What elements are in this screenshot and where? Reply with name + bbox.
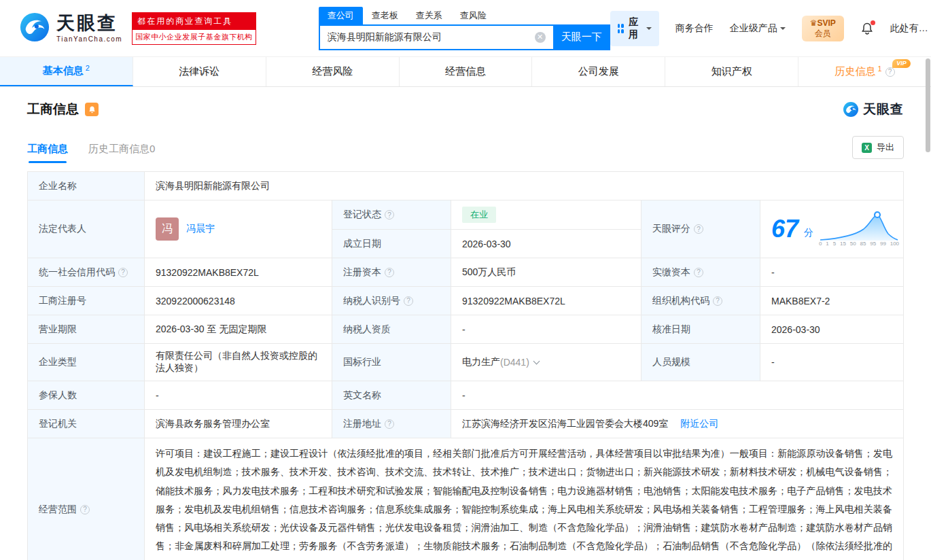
tab-history-info[interactable]: VIP 历史信息 1	[798, 57, 931, 86]
crown-icon: ♛	[810, 18, 818, 28]
company-type-value: 有限责任公司（非自然人投资或控股的法人独资）	[145, 344, 332, 381]
export-button[interactable]: X 导出	[852, 136, 904, 159]
establish-date-value: 2026-03-30	[451, 230, 642, 258]
legal-representative-link[interactable]: 冯晨宇	[186, 223, 215, 235]
search-tab-company[interactable]: 查公司	[319, 7, 363, 24]
help-icon[interactable]	[385, 210, 394, 220]
insured-count-value: -	[145, 381, 332, 409]
header-menu: 应用 商务合作 企业级产品 ♛SVIP 会员 此处有…	[610, 11, 928, 46]
taxpayer-qualification-label: 纳税人资质	[332, 315, 451, 343]
credit-code-label: 统一社会信用代码	[28, 258, 145, 286]
apps-button[interactable]: 应用	[610, 11, 659, 46]
credit-code-value: 91320922MAKB8EX72L	[145, 258, 332, 286]
tianyan-score-value: 67 分 015 155085 9599100	[760, 200, 910, 258]
business-term-label: 营业期限	[28, 315, 145, 343]
tab-company-development[interactable]: 公司发展	[532, 57, 665, 86]
tianyancha-logo-icon	[19, 12, 50, 46]
staff-size-value: -	[760, 344, 903, 381]
english-name-value: -	[451, 381, 903, 409]
table-row: 企业名称 滨海县明阳新能源有限公司	[28, 172, 903, 200]
search-tab-boss[interactable]: 查老板	[363, 7, 407, 24]
tab-operational-risk[interactable]: 经营风险	[266, 57, 400, 86]
subtab-registration-info[interactable]: 工商信息	[27, 143, 68, 163]
section-title: 工商信息	[27, 101, 79, 118]
svip-badge[interactable]: ♛SVIP 会员	[802, 16, 844, 41]
slogan-box: 都在用的商业查询工具 国家中小企业发展子基金旗下机构	[132, 12, 256, 45]
help-icon[interactable]	[694, 224, 703, 234]
menu-business-cooperation[interactable]: 商务合作	[675, 22, 714, 35]
staff-size-label: 人员规模	[642, 344, 760, 381]
user-account[interactable]: 此处有…	[890, 22, 928, 35]
registration-status-value: 在业	[451, 200, 642, 229]
search-tab-relation[interactable]: 查关系	[407, 7, 451, 24]
approval-date-value: 2026-03-30	[760, 315, 903, 343]
help-icon[interactable]	[885, 67, 895, 77]
help-icon[interactable]	[713, 296, 722, 306]
tianyancha-logo[interactable]: 天眼查 TianYanCha.com	[19, 12, 122, 46]
search-input[interactable]	[319, 24, 553, 50]
score-number: 67	[771, 217, 798, 241]
business-term-value: 2026-03-30 至 无固定期限	[145, 315, 332, 343]
logo-title: 天眼查	[56, 14, 122, 34]
excel-icon: X	[862, 143, 872, 153]
search-tabs: 查公司 查老板 查关系 查风险	[319, 7, 610, 24]
table-row: 经营范围 许可项目：建设工程施工；建设工程设计（依法须经批准的项目，经相关部门批…	[28, 438, 903, 560]
section-brand-logo: 天眼查	[843, 101, 904, 118]
registration-number-label: 工商注册号	[28, 287, 145, 315]
company-name-label: 企业名称	[28, 172, 145, 200]
paid-in-capital-label: 实缴资本	[642, 258, 760, 286]
search-button[interactable]: 天眼一下	[553, 24, 610, 50]
logo-domain: TianYanCha.com	[56, 35, 122, 43]
registered-address-value: 江苏滨海经济开发区沿海工业园管委会大楼409室 附近公司	[451, 410, 903, 438]
approval-date-label: 核准日期	[642, 315, 760, 343]
clear-icon[interactable]: ✕	[535, 32, 546, 43]
slogan-line1: 都在用的商业查询工具	[133, 13, 256, 30]
search-area: 查公司 查老板 查关系 查风险 ✕ 天眼一下	[319, 7, 610, 50]
org-code-label: 组织机构代码	[642, 287, 760, 315]
industry-value: 电力生产(D441)	[451, 344, 642, 381]
industry-label: 国标行业	[332, 344, 451, 381]
slogan-line2: 国家中小企业发展子基金旗下机构	[133, 30, 256, 44]
help-icon[interactable]	[385, 268, 394, 277]
legal-representative-label: 法定代表人	[28, 200, 145, 258]
notification-dot	[871, 20, 875, 25]
establish-date-label: 成立日期	[332, 230, 451, 258]
search-tab-risk[interactable]: 查风险	[451, 7, 495, 24]
table-row: 法定代表人 冯 冯晨宇 登记状态 在业 成立日期	[28, 200, 903, 258]
tab-intellectual-property[interactable]: 知识产权	[665, 57, 798, 86]
scrollbar[interactable]	[926, 58, 930, 152]
tab-legal-proceedings[interactable]: 法律诉讼	[133, 57, 266, 86]
apps-label: 应用	[629, 16, 642, 41]
legal-representative-value: 冯 冯晨宇	[145, 200, 332, 258]
chevron-down-icon	[780, 27, 786, 33]
insured-count-label: 参保人数	[28, 381, 145, 409]
enterprise-products-label: 企业级产品	[730, 22, 777, 35]
help-icon[interactable]	[80, 505, 90, 514]
registration-number-value: 320922000623148	[145, 287, 332, 315]
table-row: 登记机关 滨海县政务服务管理办公室 注册地址 江苏滨海经济开发区沿海工业园管委会…	[28, 410, 903, 438]
business-scope-label: 经营范围	[28, 438, 145, 560]
tab-business-info[interactable]: 经营信息	[400, 57, 533, 86]
help-icon[interactable]	[118, 268, 128, 277]
subscribe-bell-icon[interactable]	[85, 103, 99, 116]
table-row: 统一社会信用代码 91320922MAKB8EX72L 注册资本 500万人民币…	[28, 258, 903, 287]
taxpayer-id-label: 纳税人识别号	[332, 287, 451, 315]
help-icon[interactable]	[694, 268, 703, 277]
top-header: 天眼查 TianYanCha.com 都在用的商业查询工具 国家中小企业发展子基…	[0, 0, 931, 56]
notification-bell-icon[interactable]	[860, 22, 874, 35]
tab-basic-info[interactable]: 基本信息 2	[0, 57, 133, 86]
company-nav-tabs: 基本信息 2 法律诉讼 经营风险 经营信息 公司发展 知识产权 VIP 历史信息…	[0, 56, 931, 87]
nearby-companies-link[interactable]: 附近公司	[680, 418, 718, 430]
registration-status-label: 登记状态	[332, 200, 451, 229]
help-icon[interactable]	[404, 296, 413, 306]
subtab-history-registration-info[interactable]: 历史工商信息0	[88, 143, 155, 163]
help-icon[interactable]	[385, 419, 394, 429]
table-row: 企业类型 有限责任公司（非自然人投资或控股的法人独资） 国标行业 电力生产(D4…	[28, 344, 903, 381]
tianyan-score-label: 天眼评分	[642, 200, 760, 258]
business-cooperation-label: 商务合作	[675, 22, 714, 35]
score-axis: 015 155085 9599100	[819, 241, 899, 247]
table-row: 参保人数 - 英文名称 -	[28, 381, 903, 410]
menu-enterprise-products[interactable]: 企业级产品	[730, 22, 786, 35]
avatar[interactable]: 冯	[156, 217, 179, 241]
chevron-down-icon	[646, 27, 652, 33]
